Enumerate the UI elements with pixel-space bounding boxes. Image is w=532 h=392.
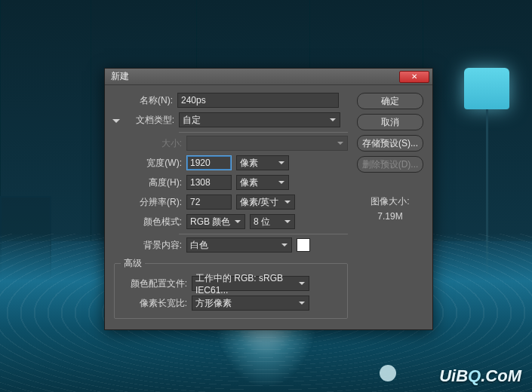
pixel-aspect-value: 方形像素 [195, 297, 232, 310]
height-input[interactable] [186, 175, 232, 190]
chevron-down-icon [112, 119, 120, 127]
bg-content-value: 白色 [190, 239, 208, 252]
bit-depth-select[interactable]: 8 位 [250, 214, 295, 229]
image-size-value: 7.19M [357, 209, 423, 224]
color-profile-value: 工作中的 RGB: sRGB IEC61... [195, 272, 297, 296]
save-preset-button[interactable]: 存储预设(S)... [357, 135, 423, 152]
advanced-fieldset: 高级 颜色配置文件: 工作中的 RGB: sRGB IEC61... 像素长宽比… [114, 257, 348, 319]
watermark-text: UiBQ.CoM [439, 366, 521, 386]
image-size-label: 图像大小: [357, 194, 423, 209]
doc-type-label: 文档类型: [128, 114, 174, 127]
width-unit-value: 像素 [240, 157, 258, 170]
close-icon: ✕ [411, 73, 417, 81]
ok-button[interactable]: 确定 [357, 93, 423, 109]
size-select [186, 136, 348, 151]
height-unit-value: 像素 [240, 176, 258, 189]
new-document-dialog: 新建 ✕ 名称(N): 文档类型: 自定 大小: [104, 68, 433, 330]
height-unit-select[interactable]: 像素 [236, 175, 289, 190]
cancel-button[interactable]: 取消 [357, 114, 423, 130]
wechat-icon [380, 365, 396, 381]
resolution-unit-value: 像素/英寸 [240, 196, 278, 209]
separator [179, 132, 348, 133]
width-label: 宽度(W): [123, 157, 182, 170]
doc-type-value: 自定 [183, 114, 201, 127]
dialog-titlebar[interactable]: 新建 ✕ [105, 69, 432, 85]
resolution-unit-select[interactable]: 像素/英寸 [236, 194, 295, 210]
width-input[interactable] [186, 155, 232, 170]
height-label: 高度(H): [123, 176, 182, 189]
resolution-label: 分辨率(R): [123, 196, 182, 209]
resolution-input[interactable] [186, 194, 232, 210]
pixel-aspect-select[interactable]: 方形像素 [192, 296, 309, 311]
size-label: 大小: [123, 137, 182, 150]
color-mode-value: RGB 颜色 [190, 216, 230, 228]
dialog-title: 新建 [111, 70, 129, 83]
name-input[interactable] [177, 93, 339, 108]
color-mode-select[interactable]: RGB 颜色 [186, 214, 245, 229]
bg-content-select[interactable]: 白色 [186, 237, 292, 253]
color-profile-select[interactable]: 工作中的 RGB: sRGB IEC61... [192, 276, 309, 291]
close-button[interactable]: ✕ [399, 71, 429, 83]
doc-type-select[interactable]: 自定 [179, 112, 340, 127]
bg-color-swatch[interactable] [297, 238, 310, 252]
aspect-label: 像素长宽比: [121, 297, 187, 310]
advanced-legend: 高级 [121, 257, 145, 270]
color-mode-label: 颜色模式: [123, 216, 182, 228]
name-label: 名称(N): [114, 94, 173, 107]
separator [179, 234, 348, 234]
width-unit-select[interactable]: 像素 [236, 155, 289, 170]
delete-preset-button: 删除预设(D)... [357, 156, 423, 173]
image-size-info: 图像大小: 7.19M [357, 194, 423, 225]
bit-depth-value: 8 位 [254, 216, 270, 228]
bg-label: 背景内容: [123, 239, 182, 252]
profile-label: 颜色配置文件: [121, 277, 187, 290]
